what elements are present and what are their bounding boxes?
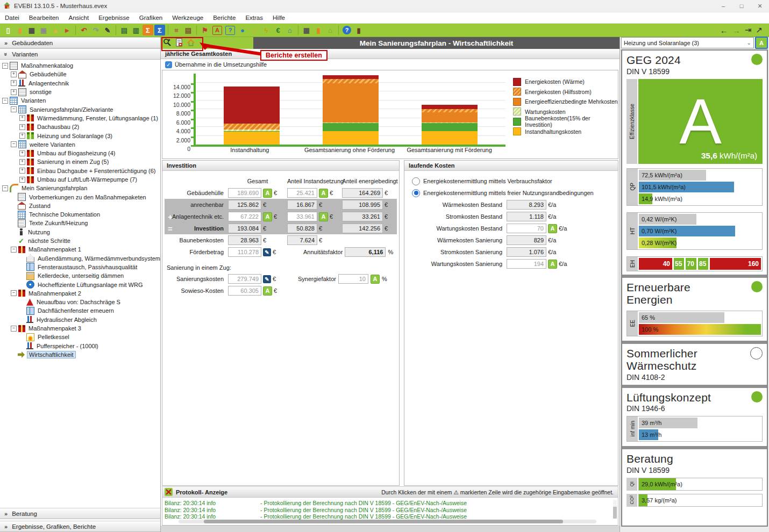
house-euro-icon[interactable]: € <box>273 25 283 35</box>
value-field[interactable]: 193.084 <box>228 224 261 233</box>
tree-item[interactable]: Vorbemerkungen zu den Maßnahmepaketen <box>2 192 160 201</box>
variant-select[interactable]: Heizung und Solaranlage (3) ⌄ <box>621 37 754 48</box>
expand-toggle[interactable]: + <box>11 89 17 95</box>
value-field[interactable]: 60.305 <box>228 286 261 296</box>
tree-item[interactable]: Dachflächenfenster erneuern <box>2 306 160 315</box>
copy-icon[interactable]: ▣ <box>38 25 49 35</box>
tree-item[interactable]: +Heizung und Solaranlage (3) <box>2 131 160 140</box>
auto-badge[interactable]: A <box>263 286 272 296</box>
import-icon[interactable]: ▲ <box>50 25 61 35</box>
menu-item-ergebnisse[interactable]: Ergebnisse <box>94 12 134 23</box>
tree-item[interactable]: +Gebäudehülle <box>2 70 160 78</box>
value-field[interactable]: 110.278 <box>228 247 261 257</box>
results-chart-icon[interactable]: ↗ <box>756 25 763 35</box>
tree-item[interactable]: +Sanierung in einem Zug (5) <box>2 157 160 166</box>
radio-option[interactable]: Energiekostenermittlung mittels Verbrauc… <box>407 175 616 187</box>
radio-button[interactable] <box>412 177 420 185</box>
structure-icon[interactable]: ≡ <box>171 25 182 35</box>
tree-item[interactable]: +Umbau auf Luft/Luft-Wärmepumpe (7) <box>2 175 160 184</box>
expand-toggle[interactable]: − <box>2 63 8 69</box>
expand-toggle[interactable]: + <box>19 133 25 139</box>
radio-option[interactable]: Energiekostenermittlung mittels freier N… <box>407 187 616 199</box>
save-icon[interactable]: ▦ <box>26 25 37 35</box>
expand-toggle[interactable]: + <box>19 168 25 174</box>
fan-icon[interactable]: ● <box>237 25 248 35</box>
tree-item[interactable]: ✓nächste Schritte <box>2 236 160 245</box>
tree-item[interactable]: +Umbau auf Biogasheizung (4) <box>2 149 160 157</box>
auto-calc-button[interactable]: A <box>755 37 768 49</box>
tree-item[interactable]: Kellerdecke, unterseitig dämmen <box>2 271 160 280</box>
menu-item-ansicht[interactable]: Ansicht <box>63 12 94 23</box>
tree-item[interactable]: Pufferspeicher - (1000l) <box>2 342 160 350</box>
tree-item[interactable]: −Maßnahmenpaket 2 <box>2 289 160 298</box>
auto-badge[interactable]: A <box>319 212 328 221</box>
flag-icon[interactable]: ⚑ <box>200 25 210 35</box>
tree-item[interactable]: Wirtschaftlichkeit <box>2 350 160 359</box>
expand-toggle[interactable]: − <box>2 98 8 104</box>
auto-badge[interactable]: A <box>263 189 272 198</box>
auto-badge[interactable]: A <box>371 275 380 284</box>
tree-item[interactable]: Nutzung <box>2 228 160 236</box>
tree-item[interactable]: +sonstige <box>2 88 160 96</box>
list-icon[interactable]: ▤ <box>183 25 194 35</box>
tree-item[interactable]: −weitere Varianten <box>2 140 160 149</box>
value-field[interactable]: 10 <box>338 274 368 284</box>
sidebar-panel-beratung[interactable]: » Beratung <box>0 508 160 519</box>
menu-item-werkzeuge[interactable]: Werkzeuge <box>167 12 208 23</box>
menu-item-berichte[interactable]: Berichte <box>208 12 240 23</box>
value-field[interactable]: 7.624 <box>287 235 317 245</box>
expand-toggle[interactable]: + <box>19 159 25 165</box>
tree-item[interactable]: Technische Dokumentation <box>2 210 160 219</box>
open-folder-icon[interactable]: ▮ <box>15 25 25 35</box>
menu-item-datei[interactable]: Datei <box>0 12 24 23</box>
wizard-icon[interactable]: ✎ <box>102 25 113 35</box>
expand-toggle[interactable]: + <box>19 115 25 121</box>
tree-item[interactable]: Außendämmung, Wärmedämmverbundsystem <box>2 254 160 263</box>
expand-toggle[interactable]: + <box>11 80 17 86</box>
log-horizontal-scrollbar[interactable] <box>179 520 596 523</box>
log-vertical-scrollbar[interactable] <box>613 500 617 517</box>
auto-badge[interactable]: A <box>263 212 272 221</box>
edit-badge[interactable]: ✎ <box>263 275 271 283</box>
close-button[interactable]: ✕ <box>751 0 769 12</box>
export-icon[interactable]: ► <box>62 25 73 35</box>
tree-item[interactable]: Texte Zukunft/Heizung <box>2 219 160 227</box>
auto-badge[interactable]: A <box>548 224 557 233</box>
value-field[interactable]: 1.118 <box>507 212 546 221</box>
value-field[interactable]: 829 <box>507 235 546 245</box>
tree-item[interactable]: −Varianten <box>2 96 160 105</box>
value-field[interactable]: 142.256 <box>342 224 383 233</box>
nav-forward-icon[interactable]: → <box>732 26 740 35</box>
value-field[interactable]: 25.421 <box>287 188 317 198</box>
uebernahme-checkbox[interactable]: ✓ <box>165 61 172 68</box>
sidebar-panel-gebaeudedaten[interactable]: » Gebäudedaten <box>0 37 160 48</box>
expand-toggle[interactable]: − <box>11 290 17 296</box>
tree-item[interactable]: Zustand <box>2 202 160 210</box>
tree-item[interactable]: −Maßnahmenpaket 3 <box>2 324 160 333</box>
question-frame-icon[interactable]: ? <box>225 26 235 35</box>
expand-toggle[interactable]: − <box>11 106 17 112</box>
value-field[interactable]: 33.261 <box>342 212 383 221</box>
value-field[interactable]: 279.749 <box>228 274 261 284</box>
expand-toggle[interactable]: + <box>19 124 25 130</box>
expand-toggle[interactable]: + <box>11 71 17 77</box>
nav-back-icon[interactable]: ← <box>720 26 728 35</box>
sum-orange-icon[interactable]: Σ <box>143 25 153 35</box>
tree-item[interactable]: Neuaufbau von: Dachschräge S <box>2 298 160 306</box>
value-field[interactable]: 50.828 <box>287 224 317 233</box>
menu-item-hilfe[interactable]: Hilfe <box>268 12 290 23</box>
sum-blue-icon[interactable]: Σ <box>154 25 165 35</box>
tree-item[interactable]: Pelletkessel <box>2 333 160 341</box>
compare-doc-icon[interactable]: ▥ <box>131 25 141 35</box>
new-file-icon[interactable]: ▯ <box>3 25 13 35</box>
expand-toggle[interactable]: − <box>11 326 17 332</box>
sun-icon[interactable]: ☼ <box>249 25 260 35</box>
expand-toggle[interactable]: − <box>2 185 8 191</box>
value-field[interactable]: 8.293 <box>507 200 546 210</box>
tree-item[interactable]: −Maßnahmenpaket 1 <box>2 245 160 254</box>
help-icon[interactable]: ? <box>343 26 351 34</box>
expand-toggle[interactable]: − <box>11 141 17 147</box>
tree-item[interactable]: Hydraulischer Abgleich <box>2 315 160 324</box>
exit-icon[interactable]: ▮ <box>353 25 364 35</box>
value-field[interactable]: 33.961 <box>287 212 317 221</box>
